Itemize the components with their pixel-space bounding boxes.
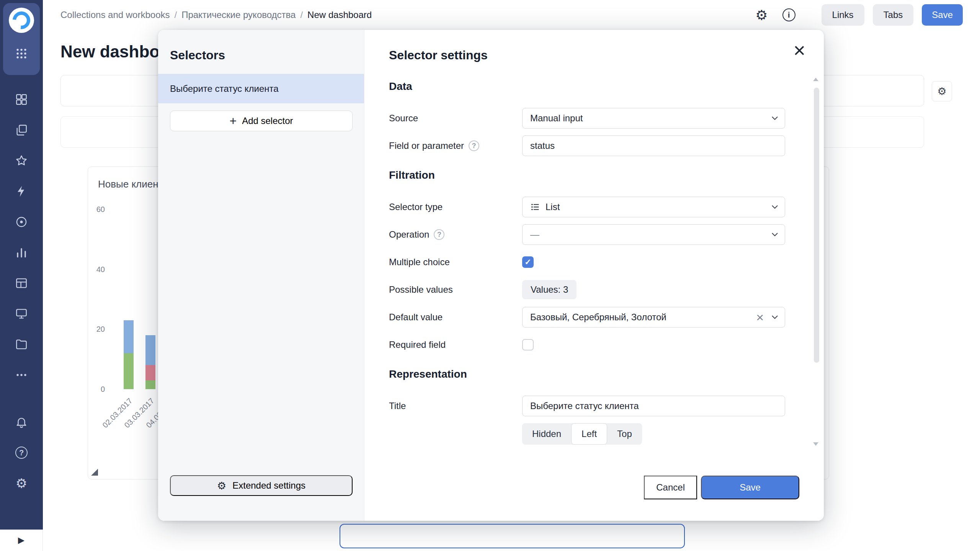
default-value-text: Базовый, Серебряный, Золотой (530, 312, 666, 323)
dashboard-settings-gear-icon[interactable]: ⚙ (755, 7, 768, 23)
sidebar-bottom: ? ⚙ (0, 407, 43, 499)
source-value: Manual input (530, 113, 583, 124)
selectors-dialog: Selectors Выберите статус клиента + Add … (158, 30, 824, 521)
operation-help-icon[interactable]: ? (434, 229, 444, 240)
scrollbar-track[interactable] (814, 78, 819, 444)
form-row-default-value: Default value Базовый, Серебряный, Золот… (389, 307, 785, 328)
source-label: Source (389, 113, 418, 124)
breadcrumb-collections[interactable]: Collections and workbooks (60, 10, 170, 20)
form-row-source: Source Manual input (389, 108, 785, 129)
presentations-monitor-icon[interactable] (0, 298, 43, 329)
notifications-bell-icon[interactable] (0, 407, 43, 437)
help-icon[interactable]: ? (0, 437, 43, 468)
dialog-save-button[interactable]: Save (701, 476, 799, 499)
form-row-possible-values: Possible values Values: 3 (389, 279, 785, 300)
selector-type-label: Selector type (389, 202, 443, 212)
chart-bar-segment (124, 320, 134, 353)
settings-panel-title: Selector settings (389, 48, 488, 62)
header-save-button[interactable]: Save (922, 4, 963, 26)
check-icon: ✓ (524, 258, 531, 267)
operation-label: Operation (389, 229, 429, 240)
breadcrumb-folder[interactable]: Практические руководства (181, 10, 296, 20)
source-select[interactable]: Manual input (522, 108, 785, 129)
settings-scroll-area: Data Source Manual input Field or parame… (389, 78, 785, 452)
editor-lightning-icon[interactable] (0, 176, 43, 207)
form-row-operation: Operation ? — (389, 224, 785, 245)
cancel-button[interactable]: Cancel (644, 476, 697, 499)
selectors-panel-title: Selectors (170, 48, 225, 62)
gear-icon: ⚙ (217, 480, 226, 492)
sidebar: ? ⚙ (0, 0, 43, 530)
row-settings-gear-button[interactable]: ⚙ (932, 81, 952, 101)
data-section-heading: Data (389, 80, 785, 93)
sidebar-logo-tab (3, 3, 40, 75)
chevron-down-icon (770, 113, 780, 123)
breadcrumb-current: New dashboard (307, 10, 372, 20)
extended-settings-label: Extended settings (232, 480, 305, 491)
breadcrumb-separator: / (296, 10, 307, 20)
add-selector-button[interactable]: + Add selector (170, 111, 353, 131)
favorites-star-icon[interactable] (0, 145, 43, 176)
selector-type-select[interactable]: List (522, 197, 785, 217)
form-row-title: Title (389, 396, 785, 416)
list-icon (530, 202, 540, 212)
tabs-button[interactable]: Tabs (873, 4, 914, 26)
representation-section-heading: Representation (389, 368, 785, 380)
workbooks-icon[interactable] (0, 115, 43, 145)
extended-settings-button[interactable]: ⚙ Extended settings (170, 475, 353, 496)
collections-icon[interactable] (0, 84, 43, 115)
form-row-selector-type: Selector type List (389, 197, 785, 217)
scroll-down-arrow-icon[interactable] (813, 442, 818, 448)
apps-grid-icon[interactable] (11, 43, 32, 64)
title-placement-segmented: Hidden Left Top (522, 423, 642, 445)
dialog-footer: Cancel Save (644, 476, 799, 499)
info-icon[interactable]: i (782, 8, 795, 21)
datasets-icon[interactable] (0, 207, 43, 237)
chevron-down-icon (770, 312, 780, 322)
datalens-logo-icon[interactable] (9, 8, 34, 33)
more-ellipsis-icon[interactable] (0, 360, 43, 390)
field-help-icon[interactable]: ? (469, 140, 479, 151)
charts-icon[interactable] (0, 237, 43, 268)
field-label: Field or parameter (389, 140, 464, 151)
close-icon[interactable]: × (793, 40, 805, 60)
settings-gear-icon[interactable]: ⚙ (0, 468, 43, 499)
selectors-list-panel: Selectors Выберите статус клиента + Add … (158, 30, 364, 521)
form-row-title-placement: Hidden Left Top (389, 423, 785, 445)
topbar-actions: ⚙ i Links Tabs Save (755, 4, 963, 26)
breadcrumb-separator: / (170, 10, 181, 20)
topbar: Collections and workbooks / Практические… (43, 0, 980, 30)
title-input[interactable] (522, 396, 785, 416)
operation-select[interactable]: — (522, 224, 785, 245)
placement-option-top[interactable]: Top (607, 423, 642, 445)
default-value-label: Default value (389, 312, 443, 323)
chart-bar-segment (145, 380, 155, 389)
field-input[interactable] (522, 135, 785, 156)
clear-icon[interactable]: × (756, 311, 764, 324)
sidebar-nav (0, 84, 43, 390)
multiple-choice-checkbox[interactable]: ✓ (522, 256, 534, 268)
placement-option-hidden[interactable]: Hidden (522, 423, 571, 445)
selector-type-value: List (546, 202, 560, 212)
scrollbar-thumb[interactable] (814, 88, 819, 363)
plus-icon: + (229, 115, 237, 127)
possible-values-label: Possible values (389, 284, 453, 295)
possible-values-chip[interactable]: Values: 3 (522, 280, 577, 299)
placement-option-left[interactable]: Left (571, 423, 607, 445)
storage-folder-icon[interactable] (0, 329, 43, 360)
dashboards-table-icon[interactable] (0, 268, 43, 298)
add-selector-label: Add selector (242, 116, 293, 126)
selector-list-item-selected[interactable]: Выберите статус клиента (158, 74, 364, 103)
filtration-section-heading: Filtration (389, 169, 785, 181)
play-icon: ▶ (18, 535, 24, 545)
form-row-required-field: Required field (389, 334, 785, 355)
default-value-select[interactable]: Базовый, Серебряный, Золотой × (522, 307, 785, 328)
sidebar-expand-button[interactable]: ▶ (0, 530, 43, 551)
focused-selector-dropzone[interactable] (340, 524, 685, 548)
required-field-label: Required field (389, 339, 446, 350)
required-field-checkbox[interactable] (522, 339, 534, 350)
widget-resize-handle[interactable] (91, 469, 98, 476)
chart-bar-segment (145, 365, 155, 380)
links-button[interactable]: Links (822, 4, 864, 26)
question-glyph: ? (15, 447, 28, 459)
